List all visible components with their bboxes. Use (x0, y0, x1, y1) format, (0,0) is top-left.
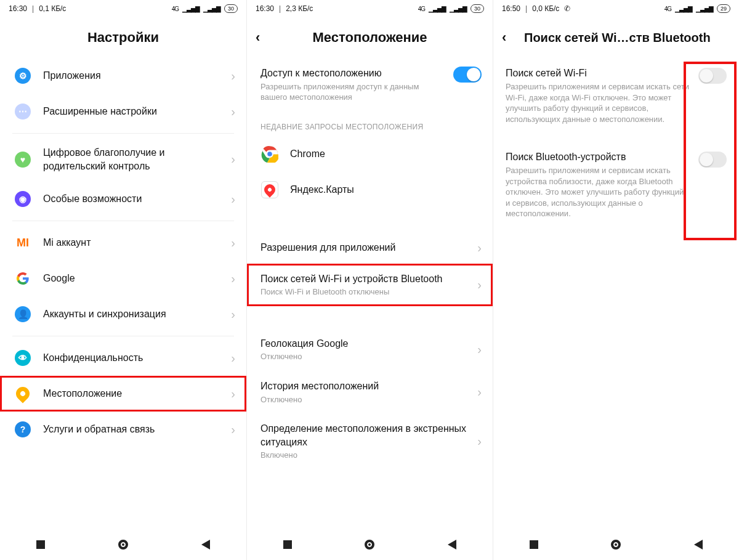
chevron-right-icon: › (231, 192, 235, 206)
settings-item-accessibility[interactable]: ◉ Особые возможности › (0, 181, 246, 217)
net-tag: 4G (172, 6, 179, 12)
nav-back-icon[interactable] (201, 540, 210, 550)
status-bar: 16:30 | 0,1 КБ/с 4G ▁▃▅▇ ▁▃▅▇ 30 (0, 0, 246, 17)
net-tag: 4G (664, 6, 671, 12)
whatsapp-icon: ✆ (564, 4, 570, 13)
page-title: Настройки (0, 17, 246, 58)
wifi-scan-toggle[interactable] (698, 68, 727, 84)
nav-recent-icon[interactable] (283, 540, 292, 549)
yandex-maps-icon (261, 181, 278, 198)
settings-item-apps[interactable]: ⚙ Приложения › (0, 58, 246, 94)
nav-bar (0, 529, 246, 560)
settings-item-accounts-sync[interactable]: 👤 Аккаунты и синхронизация › (0, 296, 246, 332)
svg-point-2 (267, 151, 272, 156)
back-button[interactable]: ‹ (256, 30, 260, 46)
wellbeing-icon: ♥ (15, 152, 31, 168)
settings-item-google[interactable]: Google › (0, 261, 246, 296)
chevron-right-icon: › (477, 343, 482, 357)
chevron-right-icon: › (231, 387, 235, 401)
net-tag: 4G (418, 6, 425, 12)
account-icon: 👤 (15, 306, 31, 322)
phone-scan-settings: 16:50 | 0,0 КБ/с ✆ 4G ▁▃▅▇ ▁▃▅▇ 29 ‹ Пои… (493, 0, 739, 560)
chevron-right-icon: › (231, 423, 235, 437)
battery-badge: 30 (224, 4, 238, 13)
signal-icon: ▁▃▅▇ (182, 6, 200, 12)
location-pin-icon (13, 384, 32, 404)
bluetooth-scan-row[interactable]: Поиск Bluetooth-устройств Разрешить прил… (493, 142, 739, 229)
gear-icon: ⚙ (15, 68, 31, 84)
nav-bar (493, 529, 739, 560)
chrome-icon (261, 145, 278, 163)
recent-requests-label: НЕДАВНИЕ ЗАПРОСЫ МЕСТОПОЛОЖЕНИЯ (247, 112, 493, 136)
phone-location-settings: 16:30 | 2,3 КБ/с 4G ▁▃▅▇ ▁▃▅▇ 30 ‹ Место… (246, 0, 493, 560)
settings-item-location[interactable]: Местоположение › (0, 376, 246, 412)
nav-home-icon[interactable] (611, 540, 621, 550)
wifi-bt-scan-row[interactable]: Поиск сетей Wi-Fi и устройств Bluetooth … (247, 264, 493, 306)
recent-app-chrome[interactable]: Chrome (247, 136, 493, 172)
nav-recent-icon[interactable] (530, 540, 538, 549)
chevron-right-icon: › (477, 434, 482, 448)
settings-item-advanced[interactable]: ⋯ Расширенные настройки › (0, 94, 246, 129)
phone-settings-root: 16:30 | 0,1 КБ/с 4G ▁▃▅▇ ▁▃▅▇ 30 Настрой… (0, 0, 246, 560)
chevron-right-icon: › (231, 351, 235, 365)
page-title: ‹ Поиск сетей Wi…ств Bluetooth (493, 17, 739, 58)
chevron-right-icon: › (231, 272, 235, 286)
status-bar: 16:30 | 2,3 КБ/с 4G ▁▃▅▇ ▁▃▅▇ 30 (247, 0, 493, 17)
settings-item-feedback[interactable]: ? Услуги и обратная связь › (0, 412, 246, 447)
help-icon: ? (15, 421, 31, 437)
status-time: 16:30 (9, 4, 27, 13)
recent-app-yandex-maps[interactable]: Яндекс.Карты (247, 172, 493, 208)
settings-item-mi-account[interactable]: MI Mi аккаунт › (0, 225, 246, 261)
chevron-right-icon: › (231, 307, 235, 322)
settings-item-privacy[interactable]: 👁 Конфиденциальность › (0, 340, 246, 376)
signal-icon-2: ▁▃▅▇ (450, 6, 467, 12)
battery-badge: 29 (717, 4, 730, 13)
signal-icon: ▁▃▅▇ (429, 6, 446, 12)
google-location-row[interactable]: Геолокация Google Отключено › (247, 328, 493, 371)
settings-item-wellbeing[interactable]: ♥ Цифровое благополучие и родительский к… (0, 137, 246, 181)
chevron-right-icon: › (477, 278, 482, 292)
google-logo-icon (16, 272, 30, 285)
location-access-row[interactable]: Доступ к местоположению Разрешить прилож… (247, 58, 493, 112)
status-time: 16:50 (502, 4, 520, 13)
page-title: ‹ Местоположение (247, 17, 493, 58)
status-time: 16:30 (256, 4, 274, 13)
bluetooth-scan-toggle[interactable] (698, 152, 727, 168)
signal-icon: ▁▃▅▇ (675, 6, 692, 12)
chevron-right-icon: › (231, 69, 235, 83)
nav-recent-icon[interactable] (36, 540, 45, 549)
wifi-scan-row[interactable]: Поиск сетей Wi-Fi Разрешить приложениям … (493, 58, 739, 134)
back-button[interactable]: ‹ (502, 30, 506, 46)
status-net: 2,3 КБ/с (286, 4, 313, 13)
signal-icon-2: ▁▃▅▇ (203, 6, 220, 12)
chevron-right-icon: › (231, 236, 235, 250)
nav-back-icon[interactable] (448, 540, 456, 550)
nav-home-icon[interactable] (365, 540, 374, 550)
app-permissions-row[interactable]: Разрешения для приложений › (247, 232, 493, 264)
more-icon: ⋯ (15, 103, 31, 120)
mi-logo-icon: MI (17, 237, 29, 250)
signal-icon-2: ▁▃▅▇ (696, 6, 713, 12)
chevron-right-icon: › (231, 152, 235, 166)
chevron-right-icon: › (477, 241, 482, 255)
nav-bar (247, 529, 493, 560)
emergency-location-row[interactable]: Определение местоположения в экстренных … (247, 413, 493, 469)
location-history-row[interactable]: История местоположений Отключено › (247, 371, 493, 413)
accessibility-icon: ◉ (15, 191, 31, 207)
chevron-right-icon: › (477, 385, 482, 399)
status-net: 0,0 КБ/с (532, 4, 559, 13)
nav-back-icon[interactable] (694, 540, 703, 550)
location-access-toggle[interactable] (453, 67, 482, 83)
status-bar: 16:50 | 0,0 КБ/с ✆ 4G ▁▃▅▇ ▁▃▅▇ 29 (493, 0, 739, 17)
battery-badge: 30 (470, 4, 484, 13)
nav-home-icon[interactable] (118, 540, 128, 550)
chevron-right-icon: › (231, 105, 235, 119)
status-net: 0,1 КБ/с (39, 4, 66, 13)
eye-icon: 👁 (15, 350, 31, 366)
